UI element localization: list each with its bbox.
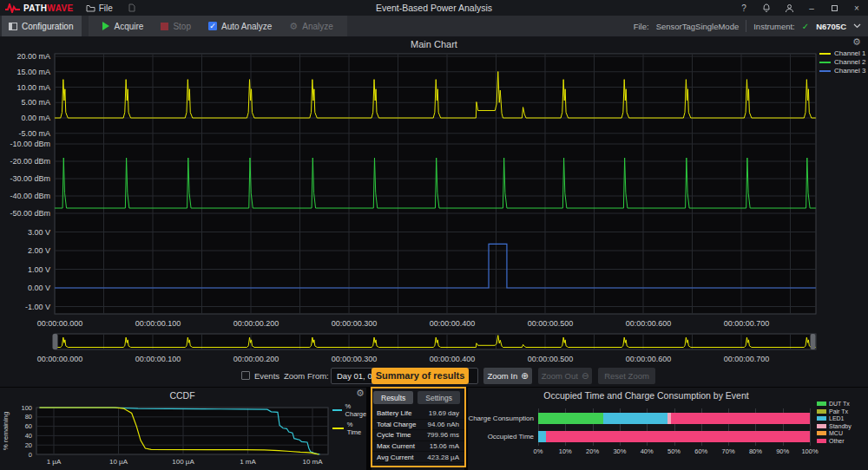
legend-label: DUT Tx (829, 401, 850, 407)
help-icon[interactable]: ? (733, 0, 755, 16)
svg-text:00:00:00.100: 00:00:00.100 (135, 355, 181, 363)
legend-item[interactable]: DUT Tx (817, 401, 852, 407)
analyze-gear-icon: ⚙ (289, 22, 298, 31)
tab-results[interactable]: Results (373, 391, 413, 404)
legend-label: % Time (347, 421, 369, 436)
configuration-label: Configuration (22, 22, 73, 31)
svg-text:3.00 V: 3.00 V (28, 228, 50, 237)
bar-axis-tick: 70% (715, 447, 741, 455)
document-icon[interactable] (128, 3, 135, 12)
bar-segment-led1 (603, 413, 667, 424)
legend-item[interactable]: Standby (817, 423, 852, 429)
legend-label: Standby (829, 423, 852, 429)
minimize-icon[interactable]: – (800, 0, 823, 16)
svg-text:1 mA: 1 mA (240, 458, 256, 466)
legend-item[interactable]: % Time (332, 421, 369, 436)
document-icon-glyph (128, 3, 135, 12)
result-row: Max Current15.06 mA (372, 441, 464, 453)
result-label: Avg Current (377, 454, 414, 461)
acquire-button[interactable]: Acquire (94, 16, 152, 36)
legend-item[interactable]: LED1 (817, 415, 852, 421)
legend-swatch (817, 439, 826, 443)
bar-category-label: Occupied Time (468, 431, 534, 442)
event-breakdown-title: Occupied Time and Charge Consumption by … (468, 390, 825, 401)
user-icon[interactable] (778, 0, 800, 16)
svg-text:00:00:00.700: 00:00:00.700 (724, 319, 770, 328)
ccdf-panel: CCDF0204060801001 µA10 µA100 µA1 mA10 mA… (0, 388, 366, 470)
instrument-status-check-icon: ✓ (802, 22, 809, 31)
legend-swatch (817, 431, 826, 435)
events-checkbox[interactable] (241, 371, 250, 380)
bell-icon[interactable] (755, 0, 778, 16)
result-value: 799.96 ms (427, 431, 459, 439)
tab-settings[interactable]: Settings (418, 391, 460, 404)
ccdf-plot-area[interactable] (36, 408, 328, 454)
svg-text:0: 0 (29, 451, 32, 459)
legend-label: % Charge (345, 402, 369, 418)
overview-handle-left[interactable] (53, 334, 58, 349)
bell-icon-glyph (762, 3, 771, 13)
bar-axis-tick: 0% (525, 447, 551, 455)
legend-swatch (332, 409, 342, 411)
svg-text:40: 40 (25, 432, 32, 440)
analyze-button[interactable]: ⚙ Analyze (280, 16, 341, 36)
stacked-bar-charge[interactable] (538, 413, 810, 424)
configuration-button[interactable]: Configuration (2, 16, 82, 36)
maximize-icon[interactable] (823, 0, 845, 16)
svg-text:100: 100 (21, 404, 32, 412)
svg-text:5.00 mA: 5.00 mA (21, 98, 50, 107)
stacked-bar-time[interactable] (538, 431, 810, 442)
bar-axis-tick: 90% (770, 447, 796, 455)
svg-text:00:00:00.100: 00:00:00.100 (135, 319, 181, 328)
stop-button[interactable]: Stop (152, 16, 200, 36)
svg-text:-40.00 dBm: -40.00 dBm (10, 192, 50, 200)
annotation-callout: Summary of results (372, 368, 469, 384)
main-chart-svg: 20.00 mA15.00 mA10.00 mA5.00 mA0.00 mA-5… (0, 36, 868, 366)
zoom-out-button[interactable]: Zoom Out ⊖ (538, 368, 592, 384)
play-icon (102, 22, 109, 30)
result-value: 423.28 µA (427, 454, 459, 461)
reset-zoom-button[interactable]: Reset Zoom (598, 368, 655, 384)
legend-item[interactable]: Pair Tx (817, 408, 852, 415)
logo-text-wave: WAVE (47, 3, 73, 13)
pathwave-logo: PATHWAVE (5, 3, 74, 13)
legend-item[interactable]: % Charge (332, 402, 369, 418)
legend-item[interactable]: Other (817, 438, 852, 444)
acquire-group: Acquire Stop ✓ Auto Analyze ⚙ Analyze (89, 16, 346, 36)
result-value: 15.06 mA (430, 442, 459, 450)
zoom-in-icon: ⊕ (521, 371, 528, 381)
ccdf-settings-gear-icon[interactable]: ⚙ (356, 388, 365, 398)
svg-text:00:00:00.200: 00:00:00.200 (233, 355, 279, 363)
folder-icon (86, 4, 95, 12)
zoom-in-button[interactable]: Zoom In ⊕ (483, 368, 532, 384)
svg-text:10 µA: 10 µA (109, 458, 128, 466)
svg-text:-1.00 V: -1.00 V (25, 303, 50, 311)
legend-swatch (332, 428, 344, 429)
instrument-value[interactable]: N6705C (816, 22, 846, 31)
result-label: Battery Life (377, 409, 411, 417)
bar-segment-other (546, 431, 810, 442)
auto-analyze-checkbox[interactable]: ✓ (208, 22, 217, 30)
analyze-label: Analyze (302, 22, 333, 31)
svg-text:20: 20 (25, 441, 32, 449)
pathwave-logo-icon (5, 3, 20, 13)
close-icon[interactable]: × (845, 0, 868, 16)
svg-text:-20.00 dBm: -20.00 dBm (10, 157, 50, 166)
result-value: 94.06 nAh (428, 421, 459, 428)
file-menu-label: File (99, 3, 113, 13)
result-label: Max Current (377, 442, 415, 450)
file-menu[interactable]: File (79, 0, 120, 16)
auto-analyze-toggle[interactable]: ✓ Auto Analyze (200, 16, 280, 36)
overview-handle-right[interactable] (811, 334, 816, 349)
logo-text-path: PATH (23, 3, 47, 13)
result-row: Cycle Time799.96 ms (372, 430, 464, 441)
svg-text:00:00:00.300: 00:00:00.300 (332, 319, 378, 328)
event-breakdown-legend: DUT TxPair TxLED1StandbyMCUOther (817, 401, 852, 444)
toolbar-right: File: SensorTagSingleMode Instrument: ✓ … (634, 20, 868, 32)
legend-item[interactable]: MCU (817, 430, 852, 436)
bottom-row: CCDF0204060801001 µA10 µA100 µA1 mA10 mA… (0, 387, 868, 470)
svg-text:0.00 V: 0.00 V (28, 284, 50, 292)
chevron-down-icon[interactable] (853, 23, 861, 29)
legend-label: Other (829, 438, 845, 444)
svg-text:1.00 V: 1.00 V (28, 265, 50, 274)
